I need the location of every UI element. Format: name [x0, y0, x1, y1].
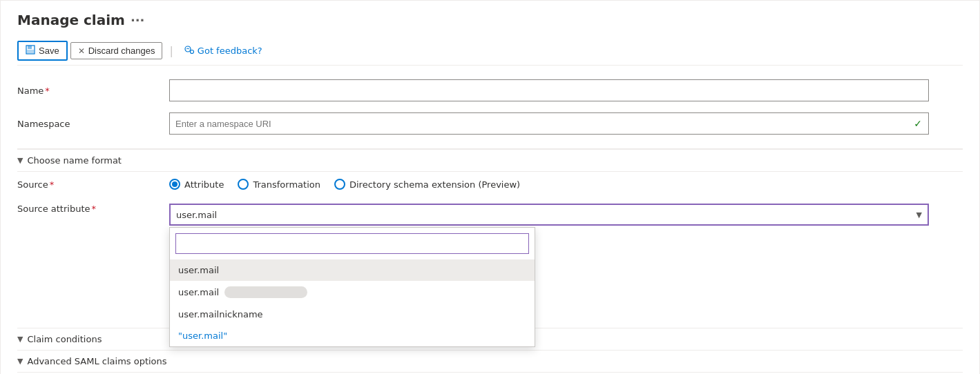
- svg-rect-1: [28, 46, 32, 49]
- source-label: Source*: [17, 179, 169, 190]
- more-options-icon[interactable]: ···: [131, 13, 145, 28]
- choose-name-format-label: Choose name format: [27, 155, 122, 166]
- manage-claim-page: Manage claim ··· Save ✕ Discard changes …: [0, 0, 980, 374]
- dropdown-option-1-text: user.mail: [178, 287, 219, 297]
- name-required-marker: *: [45, 86, 50, 96]
- source-attribute-label: Source attribute*: [17, 204, 169, 214]
- source-attribute-value: user.mail: [176, 210, 217, 220]
- name-label: Name*: [17, 86, 169, 96]
- radio-attribute[interactable]: Attribute: [169, 179, 224, 190]
- source-attribute-input-wrap: user.mail ▼ user.mail user.mail: [169, 204, 929, 226]
- feedback-label: Got feedback?: [198, 46, 262, 56]
- dropdown-option-2[interactable]: user.mailnickname: [170, 304, 535, 325]
- save-icon: [26, 45, 35, 57]
- source-attribute-dropdown: user.mail ▼ user.mail user.mail: [169, 204, 929, 226]
- discard-icon: ✕: [78, 46, 85, 56]
- namespace-input[interactable]: [169, 112, 929, 135]
- dropdown-option-1-badge: [224, 286, 307, 298]
- radio-directory-label: Directory schema extension (Preview): [349, 179, 520, 190]
- discard-label: Discard changes: [88, 46, 155, 56]
- page-title: Manage claim: [17, 12, 125, 28]
- divider-5: [17, 372, 963, 373]
- save-label: Save: [39, 46, 59, 56]
- toolbar-separator: |: [169, 44, 173, 57]
- chevron-claim-icon: ▼: [17, 335, 23, 344]
- chevron-advanced-icon: ▼: [17, 357, 23, 366]
- feedback-icon: [184, 45, 194, 57]
- dropdown-option-3[interactable]: "user.mail": [170, 325, 535, 346]
- source-row: Source* Attribute Transformation Directo…: [17, 172, 963, 197]
- source-radio-group: Attribute Transformation Directory schem…: [169, 179, 929, 190]
- dropdown-option-2-text: user.mailnickname: [178, 309, 263, 319]
- dropdown-option-0[interactable]: user.mail: [170, 259, 535, 281]
- source-attribute-required-marker: *: [92, 204, 97, 214]
- discard-button[interactable]: ✕ Discard changes: [70, 42, 163, 59]
- dropdown-option-0-text: user.mail: [178, 265, 219, 275]
- source-attribute-dropdown-trigger[interactable]: user.mail ▼: [169, 204, 929, 226]
- dropdown-search-input[interactable]: [175, 233, 529, 254]
- svg-point-3: [185, 46, 191, 52]
- radio-attribute-circle: [169, 179, 180, 190]
- name-row: Name*: [17, 74, 963, 107]
- claim-conditions-label: Claim conditions: [27, 334, 102, 344]
- dropdown-popup: user.mail user.mail user.mailnickname "u…: [169, 227, 535, 347]
- feedback-link[interactable]: Got feedback?: [180, 42, 267, 59]
- name-section: Name* Namespace ✓: [17, 66, 963, 149]
- namespace-input-wrap: ✓: [169, 112, 929, 135]
- namespace-row: Namespace ✓: [17, 107, 963, 140]
- source-required-marker: *: [50, 179, 55, 190]
- advanced-claims-label: Advanced SAML claims options: [27, 356, 166, 366]
- name-input[interactable]: [169, 79, 929, 101]
- save-button[interactable]: Save: [17, 41, 68, 61]
- source-attribute-row: Source attribute* user.mail ▼ user.mail …: [17, 197, 963, 231]
- radio-transformation-label: Transformation: [253, 179, 320, 190]
- chevron-down-icon: ▼: [17, 156, 23, 165]
- name-input-wrap: [169, 79, 929, 101]
- dropdown-option-3-text: "user.mail": [178, 331, 227, 341]
- radio-transformation-circle: [238, 179, 249, 190]
- radio-attribute-label: Attribute: [184, 179, 224, 190]
- radio-transformation[interactable]: Transformation: [238, 179, 320, 190]
- svg-rect-2: [27, 50, 34, 53]
- radio-directory-circle: [334, 179, 345, 190]
- page-title-area: Manage claim ···: [17, 12, 963, 28]
- namespace-check-icon: ✓: [914, 118, 922, 129]
- toolbar: Save ✕ Discard changes | Got feedback?: [17, 37, 963, 66]
- radio-directory[interactable]: Directory schema extension (Preview): [334, 179, 520, 190]
- svg-point-4: [190, 50, 193, 54]
- namespace-label: Namespace: [17, 119, 169, 129]
- dropdown-arrow-icon: ▼: [916, 210, 922, 219]
- dropdown-option-1[interactable]: user.mail: [170, 281, 535, 304]
- advanced-claims-row[interactable]: ▼ Advanced SAML claims options: [17, 351, 963, 372]
- choose-name-format-row[interactable]: ▼ Choose name format: [17, 150, 963, 171]
- radio-group: Attribute Transformation Directory schem…: [169, 179, 929, 190]
